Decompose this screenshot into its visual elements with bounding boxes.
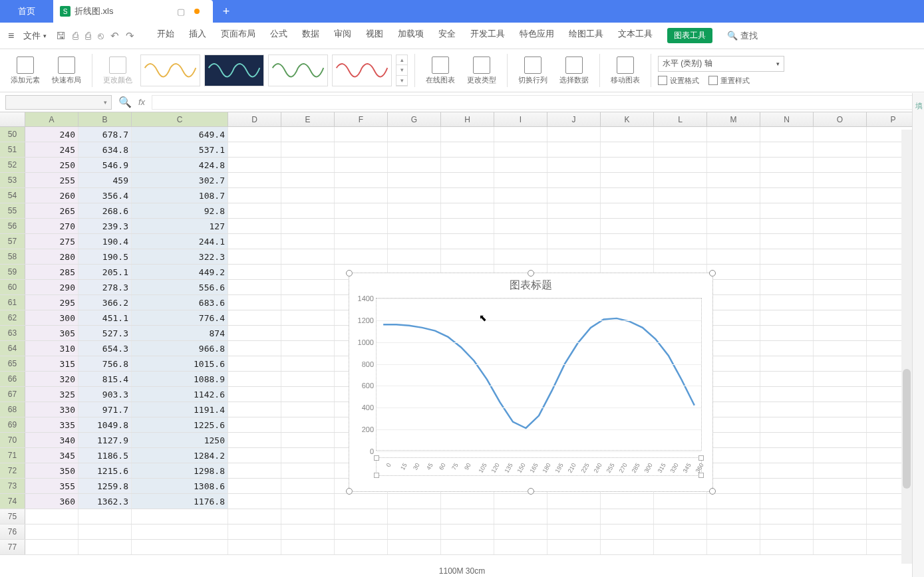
chart-title[interactable]: 图表标题 bbox=[349, 273, 712, 298]
cell[interactable] bbox=[814, 280, 867, 294]
cell[interactable] bbox=[388, 509, 441, 524]
cell[interactable] bbox=[601, 203, 654, 218]
cell[interactable]: 1015.6 bbox=[132, 356, 228, 371]
column-header-G[interactable]: G bbox=[388, 112, 441, 126]
row-header[interactable]: 60 bbox=[0, 280, 25, 294]
cell[interactable] bbox=[601, 524, 654, 539]
cell[interactable] bbox=[760, 387, 814, 402]
cell[interactable] bbox=[335, 509, 388, 524]
cell[interactable] bbox=[228, 142, 281, 157]
cell[interactable] bbox=[654, 142, 707, 157]
cell[interactable] bbox=[814, 158, 867, 172]
cell[interactable]: 1250 bbox=[132, 433, 228, 447]
cell[interactable] bbox=[388, 173, 441, 187]
cell[interactable] bbox=[760, 524, 814, 539]
cell[interactable] bbox=[760, 494, 814, 509]
cell[interactable] bbox=[707, 158, 760, 172]
row-header[interactable]: 53 bbox=[0, 173, 25, 187]
cell[interactable] bbox=[441, 494, 494, 509]
cell[interactable] bbox=[335, 188, 388, 203]
cell[interactable] bbox=[494, 219, 547, 233]
cell[interactable] bbox=[547, 173, 601, 187]
cell[interactable] bbox=[601, 142, 654, 157]
cell[interactable] bbox=[494, 540, 547, 554]
cell[interactable] bbox=[281, 402, 335, 417]
cell[interactable] bbox=[760, 142, 814, 157]
cell[interactable] bbox=[281, 310, 335, 325]
cell[interactable]: 260 bbox=[25, 188, 78, 203]
cell[interactable] bbox=[601, 127, 654, 142]
cell[interactable] bbox=[601, 173, 654, 187]
cell[interactable] bbox=[281, 295, 335, 310]
cell[interactable] bbox=[547, 524, 601, 539]
cell[interactable] bbox=[228, 280, 281, 294]
cell[interactable] bbox=[441, 188, 494, 203]
cell[interactable] bbox=[281, 219, 335, 233]
cell[interactable]: 268.6 bbox=[78, 203, 132, 218]
cell[interactable]: 424.8 bbox=[132, 158, 228, 172]
cell[interactable]: 874 bbox=[132, 326, 228, 340]
cell[interactable]: 1186.5 bbox=[78, 448, 132, 463]
column-header-E[interactable]: E bbox=[281, 112, 335, 126]
quick-layout-button[interactable]: 快速布局 bbox=[48, 55, 85, 86]
cell[interactable] bbox=[281, 127, 335, 142]
cell[interactable] bbox=[654, 509, 707, 524]
cell[interactable]: 649.4 bbox=[132, 127, 228, 142]
menu-review[interactable]: 审阅 bbox=[334, 28, 351, 43]
cell[interactable]: 356.4 bbox=[78, 188, 132, 203]
row-header[interactable]: 52 bbox=[0, 158, 25, 172]
cell[interactable] bbox=[228, 494, 281, 509]
cell[interactable] bbox=[601, 188, 654, 203]
cell[interactable]: 527.3 bbox=[78, 326, 132, 340]
cell[interactable] bbox=[228, 509, 281, 524]
move-chart-button[interactable]: 移动图表 bbox=[607, 55, 644, 86]
cell[interactable]: 1176.8 bbox=[132, 494, 228, 509]
cell[interactable]: 270 bbox=[25, 219, 78, 233]
cell[interactable] bbox=[494, 234, 547, 249]
menu-insert[interactable]: 插入 bbox=[189, 28, 206, 43]
menu-text-tools[interactable]: 文本工具 bbox=[618, 28, 653, 43]
cell[interactable]: 459 bbox=[78, 173, 132, 187]
cell[interactable]: 971.7 bbox=[78, 402, 132, 417]
row-header[interactable]: 63 bbox=[0, 326, 25, 340]
row-header[interactable]: 65 bbox=[0, 356, 25, 371]
cell[interactable]: 300 bbox=[25, 310, 78, 325]
cell[interactable] bbox=[654, 249, 707, 264]
row-header[interactable]: 74 bbox=[0, 494, 25, 509]
cell[interactable] bbox=[281, 326, 335, 340]
cell[interactable] bbox=[228, 158, 281, 172]
cell[interactable] bbox=[654, 219, 707, 233]
cell[interactable] bbox=[281, 433, 335, 447]
cell[interactable] bbox=[760, 203, 814, 218]
menu-start[interactable]: 开始 bbox=[157, 28, 174, 43]
cell[interactable] bbox=[335, 219, 388, 233]
cell[interactable] bbox=[132, 524, 228, 539]
row-header[interactable]: 75 bbox=[0, 509, 25, 524]
cell[interactable] bbox=[814, 433, 867, 447]
cell[interactable] bbox=[25, 540, 78, 554]
cell[interactable] bbox=[78, 509, 132, 524]
cell[interactable] bbox=[281, 387, 335, 402]
cell[interactable]: 1225.6 bbox=[132, 417, 228, 432]
cell[interactable] bbox=[228, 265, 281, 279]
cell[interactable] bbox=[441, 127, 494, 142]
cell[interactable] bbox=[760, 509, 814, 524]
cell[interactable] bbox=[388, 249, 441, 264]
row-header[interactable]: 71 bbox=[0, 448, 25, 463]
cell[interactable] bbox=[707, 173, 760, 187]
cell[interactable] bbox=[281, 249, 335, 264]
select-data-button[interactable]: 选择数据 bbox=[555, 55, 593, 86]
cell[interactable] bbox=[78, 540, 132, 554]
cell[interactable] bbox=[760, 326, 814, 340]
row-header[interactable]: 67 bbox=[0, 387, 25, 402]
cell[interactable] bbox=[228, 417, 281, 432]
print-preview-icon[interactable]: ⎙ bbox=[73, 30, 78, 42]
resize-handle-bl[interactable] bbox=[346, 488, 353, 495]
cell[interactable] bbox=[760, 433, 814, 447]
cell[interactable] bbox=[25, 524, 78, 539]
cell[interactable] bbox=[707, 387, 760, 402]
cell[interactable] bbox=[335, 158, 388, 172]
row-header[interactable]: 51 bbox=[0, 142, 25, 157]
cell[interactable]: 320 bbox=[25, 372, 78, 386]
cell[interactable] bbox=[228, 295, 281, 310]
